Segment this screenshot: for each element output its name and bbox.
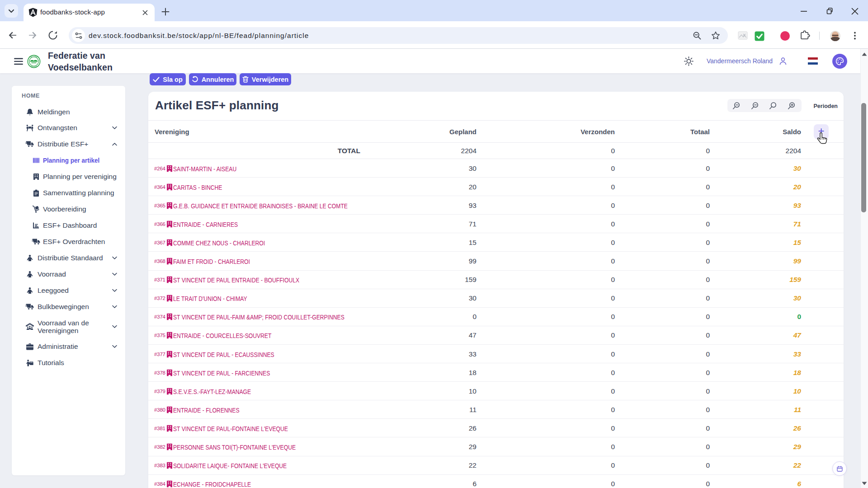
svg-text:Belgische Alliantie: Belgische Alliantie [29, 56, 39, 58]
svg-text:Voedselbanken: Voedselbanken [30, 66, 38, 67]
